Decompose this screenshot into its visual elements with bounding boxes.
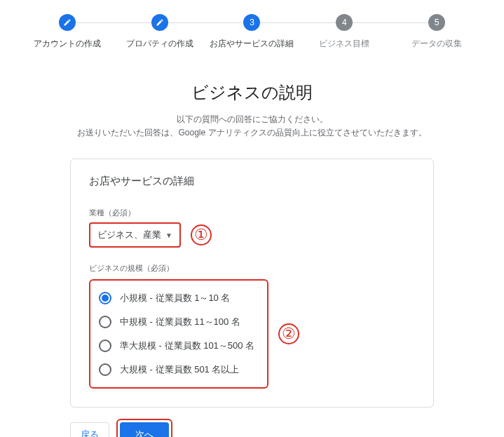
industry-value: ビジネス、産業 bbox=[97, 229, 161, 241]
step-circle-pending: 4 bbox=[336, 14, 353, 31]
step-circle-active: 3 bbox=[243, 14, 260, 31]
size-option-semilarge[interactable]: 準大規模 - 従業員数 101～500 名 bbox=[96, 334, 257, 358]
size-option-medium[interactable]: 中規模 - 従業員数 11～100 名 bbox=[96, 310, 257, 334]
step-property: プロパティの作成 bbox=[114, 14, 206, 50]
step-data-collection: 5 データの収集 bbox=[390, 14, 483, 50]
pencil-icon bbox=[63, 18, 71, 27]
next-button-highlight: 次へ bbox=[116, 419, 172, 437]
button-row: 戻る 次へ bbox=[70, 419, 434, 437]
step-connector bbox=[252, 22, 344, 23]
step-label: アカウントの作成 bbox=[34, 38, 101, 50]
step-business-goals: 4 ビジネス目標 bbox=[298, 14, 390, 50]
step-account: アカウントの作成 bbox=[21, 14, 114, 50]
annotation-2: ② bbox=[278, 323, 299, 344]
size-radio-group: 小規模 - 従業員数 1～10 名 中規模 - 従業員数 11～100 名 準大… bbox=[89, 279, 268, 389]
next-button[interactable]: 次へ bbox=[120, 422, 169, 437]
radio-label: 大規模 - 従業員数 501 名以上 bbox=[120, 363, 239, 376]
page-subtitle-2: お送りいただいた回答は、Google アナリティクスの品質向上に役立てさせていた… bbox=[0, 127, 504, 139]
step-connector bbox=[344, 22, 437, 23]
radio-icon bbox=[99, 339, 111, 352]
page-title: ビジネスの説明 bbox=[0, 81, 504, 104]
radio-icon bbox=[99, 292, 111, 304]
step-label: ビジネス目標 bbox=[319, 38, 369, 50]
step-circle-pending: 5 bbox=[428, 14, 445, 31]
industry-dropdown[interactable]: ビジネス、産業 ▼ bbox=[89, 222, 181, 248]
stepper: アカウントの作成 プロパティの作成 3 お店やサービスの詳細 4 ビジネス目標 … bbox=[0, 0, 504, 57]
page-subtitle-1: 以下の質問への回答にご協力ください。 bbox=[0, 114, 504, 126]
step-label: お店やサービスの詳細 bbox=[210, 38, 294, 50]
step-label: データの収集 bbox=[411, 38, 462, 50]
annotation-1: ① bbox=[191, 224, 212, 246]
step-connector bbox=[67, 22, 160, 23]
radio-label: 中規模 - 従業員数 11～100 名 bbox=[120, 316, 240, 328]
step-connector bbox=[160, 22, 252, 23]
radio-label: 小規模 - 従業員数 1～10 名 bbox=[120, 292, 230, 304]
radio-label: 準大規模 - 従業員数 101～500 名 bbox=[120, 339, 254, 352]
size-label: ビジネスの規模（必須） bbox=[89, 263, 415, 274]
step-circle-done bbox=[59, 14, 76, 31]
step-business-details: 3 お店やサービスの詳細 bbox=[206, 14, 299, 50]
chevron-down-icon: ▼ bbox=[165, 231, 172, 239]
back-button[interactable]: 戻る bbox=[70, 422, 109, 437]
size-radio-wrap: 小規模 - 従業員数 1～10 名 中規模 - 従業員数 11～100 名 準大… bbox=[89, 279, 415, 389]
size-option-large[interactable]: 大規模 - 従業員数 501 名以上 bbox=[96, 358, 257, 382]
step-circle-done bbox=[151, 14, 168, 31]
business-details-card: お店やサービスの詳細 業種（必須） ビジネス、産業 ▼ ① ビジネスの規模（必須… bbox=[70, 159, 434, 408]
size-option-small[interactable]: 小規模 - 従業員数 1～10 名 bbox=[96, 286, 257, 310]
step-label: プロパティの作成 bbox=[126, 38, 193, 50]
card-title: お店やサービスの詳細 bbox=[89, 175, 415, 188]
radio-icon bbox=[99, 316, 111, 328]
radio-icon bbox=[99, 363, 111, 376]
heading-section: ビジネスの説明 以下の質問への回答にご協力ください。 お送りいただいた回答は、G… bbox=[0, 81, 504, 139]
pencil-icon bbox=[156, 18, 164, 27]
industry-dropdown-wrap: ビジネス、産業 ▼ ① bbox=[89, 222, 415, 248]
industry-label: 業種（必須） bbox=[89, 208, 415, 218]
